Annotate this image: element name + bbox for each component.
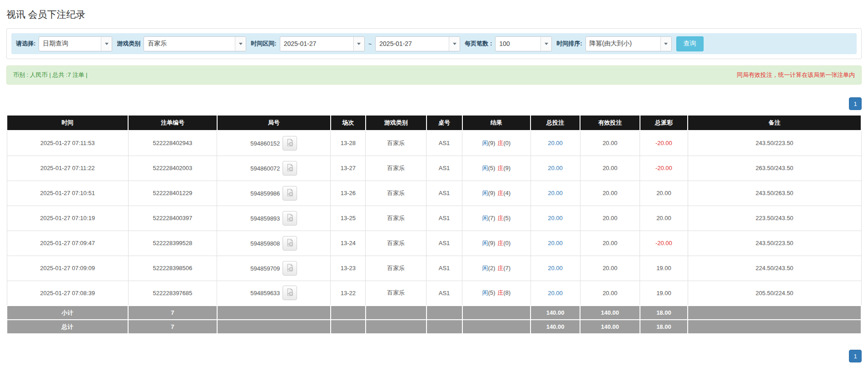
cell-payout: -20.00 [640,131,688,156]
total-bet-link[interactable]: 20.00 [548,215,563,221]
cell-session: 13-26 [331,181,366,206]
cell-note: 243.50/223.50 [688,131,861,156]
chevron-down-icon[interactable] [660,37,671,51]
total-bet-link[interactable]: 20.00 [548,165,563,171]
date-range-group: 时间区间: 2025-01-27 ~ 2025-01-27 [251,36,460,51]
video-replay-button[interactable] [283,161,297,176]
cell-game: 百家乐 [366,206,427,231]
cell-game: 百家乐 [366,156,427,181]
chevron-down-icon[interactable] [235,37,246,51]
player-result: 闲 [482,265,488,271]
cell-time: 2025-01-27 07:10:19 [7,206,128,231]
column-header-note: 备注 [688,115,861,131]
column-header-valid-bet: 有效投注 [580,115,640,131]
search-button[interactable]: 查询 [676,36,704,51]
subtotal-empty-cell [688,306,861,320]
banker-result: 庄 [497,289,503,296]
total-empty-cell [427,320,462,334]
cell-note: 223.50/243.50 [688,206,861,231]
cell-session: 13-23 [331,256,366,281]
video-replay-icon [286,264,294,273]
cell-table: AS1 [427,281,462,306]
column-header-table: 桌号 [427,115,462,131]
page-1-button[interactable]: 1 [849,97,862,110]
chevron-down-icon[interactable] [353,37,364,51]
column-header-game: 游戏类别 [366,115,427,131]
total-empty-cell [462,320,531,334]
time-sort-select[interactable]: 降冪(由大到小) [585,36,672,51]
table-header: 时间 注单编号 局号 场次 游戏类别 桌号 结果 总投注 有效投注 总派彩 备注 [7,115,861,131]
cell-total-bet: 20.00 [531,281,580,306]
cell-result: 闲(2)庄(7) [462,256,531,281]
cell-total-bet: 20.00 [531,156,580,181]
query-type-label: 请选择: [16,40,35,48]
cell-round-id: 594859709 [217,256,331,281]
cell-table: AS1 [427,181,462,206]
table-row: 2025-01-27 07:10:51 522228401229 5948599… [7,181,861,206]
video-replay-button[interactable] [283,261,297,276]
page-size-select[interactable]: 100 [495,36,552,51]
date-to-select[interactable]: 2025-01-27 [375,36,460,51]
query-type-select[interactable]: 日期查询 [39,36,112,51]
cell-bet-id: 522228402003 [128,156,217,181]
summary-bar: 币别 : 人民币 | 总共 :7 注单 | 同局有效投注，统一计算在该局第一张注… [6,65,862,85]
subtotal-payout: 18.00 [640,306,688,320]
game-category-select[interactable]: 百家乐 [144,36,246,51]
cell-total-bet: 20.00 [531,131,580,156]
filter-panel: 请选择: 日期查询 游戏类别 百家乐 时间区间: 2025-01-27 [6,28,862,59]
column-header-result: 结果 [462,115,531,131]
cell-valid-bet: 20.00 [580,156,640,181]
video-replay-button[interactable] [283,186,297,201]
pagination-top: 1 [6,97,862,110]
page-size-label: 每页笔数 : [465,40,492,48]
video-replay-icon [286,239,294,248]
total-payout: 18.00 [640,320,688,334]
cell-note: 243.50/263.50 [688,181,861,206]
cell-total-bet: 20.00 [531,231,580,256]
total-total-bet: 140.00 [531,320,580,334]
cell-game: 百家乐 [366,231,427,256]
chevron-down-icon[interactable] [101,37,112,51]
player-result: 闲 [482,215,488,221]
player-result: 闲 [482,240,488,246]
cell-bet-id: 522228398506 [128,256,217,281]
cell-bet-id: 522228401229 [128,181,217,206]
video-replay-button[interactable] [283,211,297,226]
video-replay-button[interactable] [283,236,297,251]
total-empty-cell [366,320,427,334]
total-bet-link[interactable]: 20.00 [548,265,563,271]
game-category-value: 百家乐 [144,37,235,51]
cell-result: 闲(7)庄(5) [462,206,531,231]
cell-table: AS1 [427,131,462,156]
date-from-value: 2025-01-27 [280,37,353,51]
cell-session: 13-28 [331,131,366,156]
total-empty-cell [217,320,331,334]
subtotal-count: 7 [128,306,217,320]
records-table: 时间 注单编号 局号 场次 游戏类别 桌号 结果 总投注 有效投注 总派彩 备注… [6,115,862,334]
cell-valid-bet: 20.00 [580,231,640,256]
summary-notice: 同局有效投注，统一计算在该局第一张注单内 [737,71,855,79]
total-bet-link[interactable]: 20.00 [548,190,563,196]
table-totals: 小计 7 140.00 140.00 18.00 总计 7 1 [7,306,861,334]
cell-total-bet: 20.00 [531,206,580,231]
cell-payout: 19.00 [640,256,688,281]
cell-time: 2025-01-27 07:10:51 [7,181,128,206]
video-replay-button[interactable] [283,136,297,151]
total-bet-link[interactable]: 20.00 [548,240,563,246]
subtotal-label: 小计 [7,306,128,320]
total-bet-link[interactable]: 20.00 [548,140,563,146]
subtotal-row: 小计 7 140.00 140.00 18.00 [7,306,861,320]
video-replay-button[interactable] [283,286,297,300]
cell-table: AS1 [427,231,462,256]
query-type-group: 请选择: 日期查询 [16,36,112,51]
page-1-button[interactable]: 1 [849,350,862,362]
date-from-select[interactable]: 2025-01-27 [280,36,365,51]
date-to-value: 2025-01-27 [376,37,449,51]
table-row: 2025-01-27 07:09:47 522228399528 5948598… [7,231,861,256]
total-count: 7 [128,320,217,334]
chevron-down-icon[interactable] [541,37,551,51]
banker-result: 庄 [497,240,503,246]
chevron-down-icon[interactable] [449,37,460,51]
time-sort-label: 时间排序: [556,40,582,48]
total-bet-link[interactable]: 20.00 [548,290,563,297]
